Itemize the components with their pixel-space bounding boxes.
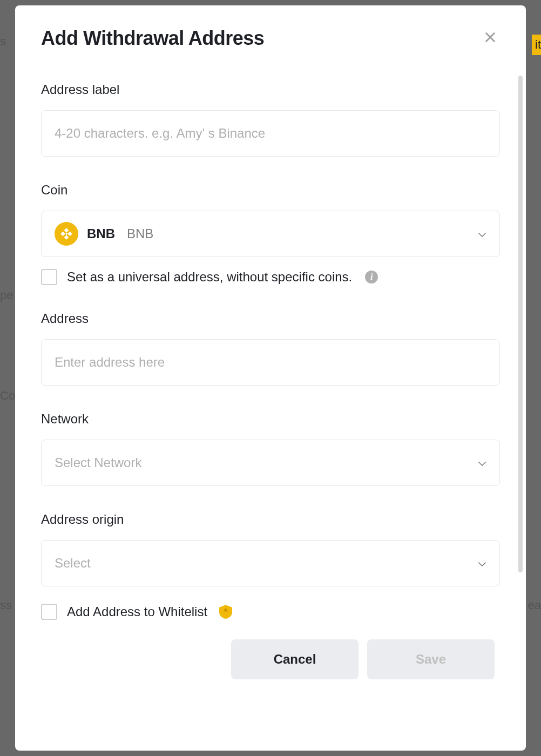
network-label: Network [41,411,500,427]
address-origin-placeholder: Select [55,556,91,571]
address-input[interactable] [41,339,500,386]
universal-address-label: Set as a universal address, without spec… [67,269,352,285]
bnb-icon [55,222,78,246]
coin-label: Coin [41,183,500,198]
chevron-down-icon [478,455,486,470]
save-button[interactable]: Save [367,639,495,679]
address-label: Address [41,311,500,326]
coin-name: BNB [127,226,153,241]
universal-address-checkbox[interactable] [41,269,57,285]
whitelist-checkbox[interactable] [41,604,57,620]
modal-title: Add Withdrawal Address [41,27,264,50]
coin-select[interactable]: BNB BNB [41,211,500,257]
chevron-down-icon [478,226,486,241]
coin-symbol: BNB [87,226,115,241]
info-icon[interactable]: i [365,271,378,284]
address-label-input[interactable] [41,110,500,157]
whitelist-label: Add Address to Whitelist [67,604,207,619]
network-placeholder: Select Network [55,455,141,470]
address-origin-select[interactable]: Select [41,540,500,586]
chevron-down-icon [478,556,486,571]
address-origin-label: Address origin [41,512,500,527]
network-select[interactable]: Select Network [41,440,500,486]
cancel-button[interactable]: Cancel [231,639,359,679]
shield-icon [219,605,232,619]
address-label-label: Address label [41,82,500,97]
close-icon [483,30,498,45]
add-withdrawal-address-modal: Add Withdrawal Address Address label Coi… [15,5,526,751]
close-button[interactable] [481,28,500,49]
